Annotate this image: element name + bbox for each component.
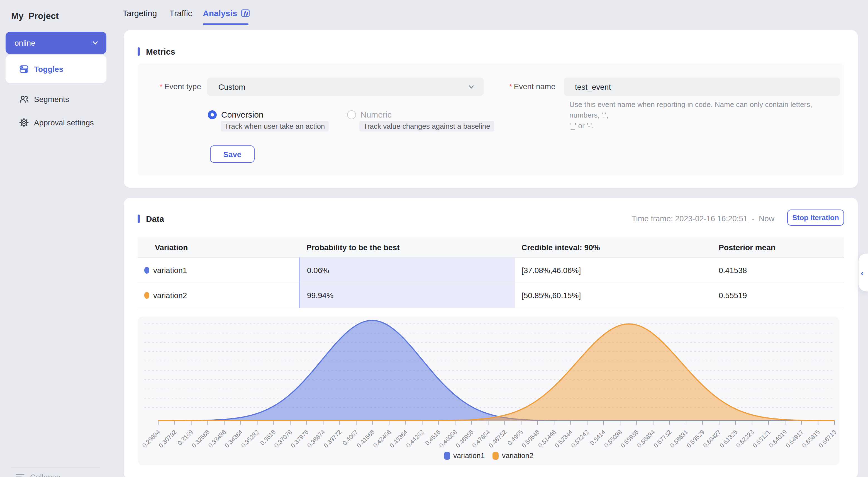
stop-iteration-button[interactable]: Stop iteration: [787, 210, 844, 226]
chevron-down-icon: [468, 83, 475, 90]
svg-text:0.37976: 0.37976: [289, 428, 310, 449]
svg-text:0.46956: 0.46956: [454, 428, 475, 449]
chevron-down-icon: [92, 39, 99, 46]
variation2-posterior-mean: 0.55519: [712, 282, 844, 307]
radio-numeric-label: Numeric: [361, 110, 392, 119]
legend-item-variation1[interactable]: variation1: [444, 451, 485, 460]
sidebar-item-approval-settings[interactable]: Approval settings: [6, 113, 106, 132]
distribution-chart-canvas: 0.298940.307920.31690.325880.334860.3438…: [137, 317, 840, 465]
svg-text:0.66713: 0.66713: [817, 428, 838, 449]
svg-text:0.47854: 0.47854: [471, 428, 491, 449]
svg-text:0.62223: 0.62223: [735, 428, 755, 449]
event-name-label: *Event name: [502, 82, 555, 91]
col-variation: Variation: [137, 237, 300, 258]
analysis-chart-icon: [240, 8, 250, 18]
variation1-probability: 0.06%: [300, 258, 515, 282]
col-credible-interval: Credible inteval: 90%: [515, 237, 712, 258]
svg-text:0.63121: 0.63121: [751, 428, 772, 449]
variation1-name: variation1: [153, 266, 187, 274]
table-row: variation2 99.94% [50.85%,60.15%] 0.5551…: [137, 282, 844, 307]
svg-text:0.30792: 0.30792: [157, 428, 178, 449]
event-name-help: Use this event name when reporting in co…: [569, 99, 842, 131]
variation2-name: variation2: [153, 291, 187, 300]
radio-conversion[interactable]: Conversion: [208, 110, 264, 119]
svg-text:0.60427: 0.60427: [702, 428, 722, 449]
sidebar-collapse-button[interactable]: Collapse: [16, 473, 60, 477]
svg-text:0.59529: 0.59529: [685, 428, 706, 449]
radio-unselected-icon: [347, 110, 356, 119]
metrics-form: *Event type Custom *Event name test_even…: [137, 63, 844, 176]
variation2-legend-swatch: [493, 452, 499, 459]
variation1-credible-interval: [37.08%,46.06%]: [515, 258, 712, 282]
legend-item-variation2[interactable]: variation2: [493, 451, 533, 460]
svg-text:0.35282: 0.35282: [240, 428, 260, 449]
event-name-input[interactable]: test_event: [564, 78, 840, 96]
sidebar-item-label: Toggles: [34, 65, 63, 73]
metrics-card: Metrics *Event type Custom *Event name t…: [124, 30, 858, 188]
variation1-legend-swatch: [444, 452, 450, 459]
sidebar-item-segments[interactable]: Segments: [6, 89, 106, 109]
collapse-label: Collapse: [30, 473, 60, 477]
svg-text:0.39772: 0.39772: [322, 428, 343, 449]
tab-analysis-label: Analysis: [203, 8, 237, 18]
svg-text:0.33486: 0.33486: [207, 428, 227, 449]
svg-text:0.38874: 0.38874: [306, 428, 327, 449]
save-button[interactable]: Save: [210, 145, 255, 163]
expand-drawer-handle[interactable]: ‹: [859, 254, 868, 292]
svg-text:0.58631: 0.58631: [669, 428, 689, 449]
svg-text:0.42466: 0.42466: [372, 428, 393, 449]
svg-text:0.48752: 0.48752: [487, 428, 508, 449]
radio-conversion-label: Conversion: [221, 110, 264, 119]
svg-text:0.46058: 0.46058: [438, 428, 459, 449]
results-table: Variation Probability to be the best Cre…: [137, 237, 844, 308]
variation2-credible-interval: [50.85%,60.15%]: [515, 282, 712, 307]
distribution-chart: 0.298940.307920.31690.325880.334860.3438…: [137, 317, 840, 465]
svg-text:0.52344: 0.52344: [553, 428, 574, 449]
svg-text:0.64019: 0.64019: [768, 428, 788, 449]
required-asterisk: *: [509, 82, 512, 91]
numeric-description: Track value changes against a baseline: [359, 121, 494, 131]
svg-text:0.29894: 0.29894: [141, 428, 161, 449]
svg-text:0.53242: 0.53242: [570, 428, 590, 449]
required-asterisk: *: [160, 82, 163, 91]
svg-text:0.37078: 0.37078: [273, 428, 293, 449]
section-accent-bar: [137, 214, 140, 223]
tab-targeting[interactable]: Targeting: [123, 8, 157, 18]
table-header-row: Variation Probability to be the best Cre…: [137, 237, 844, 258]
data-card: Data Time frame: 2023-02-16 16:20:51 - N…: [124, 198, 858, 477]
svg-text:0.41568: 0.41568: [355, 428, 376, 449]
chevron-left-icon: ‹: [861, 268, 864, 277]
svg-text:0.34384: 0.34384: [223, 428, 244, 449]
svg-text:0.50548: 0.50548: [520, 428, 541, 449]
metrics-section-title: Metrics: [146, 47, 175, 56]
collapse-icon: [16, 473, 25, 477]
environment-select[interactable]: online: [6, 32, 106, 54]
col-posterior-mean: Posterior mean: [712, 237, 844, 258]
svg-text:0.44262: 0.44262: [405, 428, 425, 449]
sidebar-item-label: Segments: [34, 95, 69, 103]
svg-text:0.55936: 0.55936: [619, 428, 640, 449]
svg-text:0.32588: 0.32588: [190, 428, 211, 449]
sidebar-item-toggles[interactable]: Toggles: [6, 55, 106, 83]
sidebar-divider: [11, 467, 100, 468]
tab-analysis[interactable]: Analysis: [203, 8, 250, 18]
conversion-description: Track when user take an action: [221, 121, 329, 131]
variation2-color-dot: [144, 292, 149, 298]
svg-text:0.43364: 0.43364: [388, 428, 409, 449]
svg-text:0.55038: 0.55038: [603, 428, 623, 449]
variation1-color-dot: [144, 267, 149, 273]
radio-numeric[interactable]: Numeric: [347, 110, 392, 119]
segments-icon: [19, 94, 29, 104]
toggles-icon: [19, 64, 29, 74]
data-section-title: Data: [146, 214, 164, 223]
environment-value: online: [14, 38, 92, 48]
radio-selected-icon: [208, 110, 217, 119]
col-probability: Probability to be the best: [300, 237, 515, 258]
time-frame-text: Time frame: 2023-02-16 16:20:51 - Now: [631, 214, 774, 223]
tab-traffic[interactable]: Traffic: [169, 8, 192, 18]
event-name-value: test_event: [575, 82, 611, 91]
event-type-select[interactable]: Custom: [207, 78, 484, 96]
section-accent-bar: [137, 48, 140, 56]
svg-text:0.64917: 0.64917: [784, 428, 805, 449]
event-type-value: Custom: [218, 82, 468, 91]
